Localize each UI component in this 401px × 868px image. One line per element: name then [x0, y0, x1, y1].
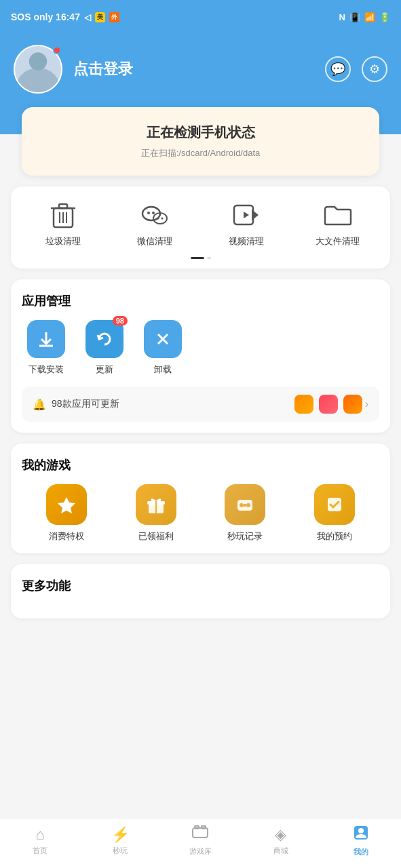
app-item-uninstall[interactable]: 卸载 [144, 320, 182, 376]
svg-point-1 [29, 52, 47, 70]
svg-point-0 [15, 68, 61, 92]
svg-point-11 [152, 212, 155, 214]
app-item-download[interactable]: 下载安装 [27, 320, 65, 376]
tool-trash-label: 垃圾清理 [45, 235, 81, 248]
status-text: SOS only 16:47 [11, 12, 80, 22]
status-right: N 📳 📶 🔋 [339, 12, 390, 22]
login-button[interactable]: 点击登录 [73, 59, 133, 79]
folder-icon [323, 200, 353, 230]
update-banner-text: 98款应用可更新 [52, 398, 119, 410]
tool-wechat-clean[interactable]: 微信清理 [131, 200, 178, 248]
uninstall-label: 卸载 [154, 363, 172, 376]
avatar-container[interactable] [14, 45, 62, 94]
app-management-section: 应用管理 下载安装 [11, 279, 390, 433]
avatar-notification-dot [53, 46, 61, 54]
video-icon [231, 200, 261, 230]
more-features-section: 更多功能 [11, 564, 390, 618]
gear-icon: ⚙ [369, 62, 380, 77]
scan-card: 正在检测手机状态 正在扫描:/sdcard/Android/data [22, 107, 379, 176]
home-label: 首页 [33, 846, 47, 856]
svg-rect-28 [244, 504, 246, 507]
gamelibrary-label: 游戏库 [189, 846, 212, 856]
tools-card: 垃圾清理 微信清理 [11, 186, 390, 269]
mine-label: 我的 [354, 847, 368, 857]
nav-item-quickplay[interactable]: ⚡ 秒玩 [100, 826, 140, 856]
status-bar: SOS only 16:47 ◁ 美 外 N 📳 📶 🔋 [0, 0, 401, 34]
wifi-icon: 📶 [364, 12, 375, 22]
more-features-title: 更多功能 [22, 578, 379, 594]
game-item-privilege[interactable]: 消费特权 [46, 484, 87, 542]
tool-trash-clean[interactable]: 垃圾清理 [39, 200, 87, 248]
uninstall-icon-wrap [144, 320, 182, 358]
location-icon: ◁ [84, 12, 91, 22]
chevron-right-icon: › [365, 398, 368, 410]
settings-button[interactable]: ⚙ [362, 56, 387, 82]
download-icon-wrap [27, 320, 65, 358]
records-icon [225, 484, 265, 525]
nav-item-shop[interactable]: ◈ 商城 [261, 826, 301, 856]
quickplay-icon: ⚡ [111, 826, 130, 844]
app-icon-2: 外 [109, 12, 119, 22]
records-label: 秒玩记录 [227, 530, 263, 542]
mine-icon [353, 825, 369, 845]
chat-icon: 💬 [330, 62, 345, 77]
game-item-records[interactable]: 秒玩记录 [225, 484, 265, 542]
svg-rect-30 [193, 828, 208, 837]
game-item-benefits[interactable]: 已领福利 [136, 484, 176, 542]
wechat-icon [140, 200, 170, 230]
uninstall-icon [144, 320, 182, 358]
trash-icon [48, 200, 78, 230]
game-item-reservations[interactable]: 我的预约 [314, 484, 355, 542]
battery-icon: 🔋 [379, 12, 390, 22]
scan-title: 正在检测手机状态 [35, 123, 366, 142]
app-management-title: 应用管理 [22, 293, 379, 309]
update-icon-wrap: 98 [85, 320, 123, 358]
update-banner[interactable]: 🔔 98款应用可更新 › [22, 387, 379, 422]
privilege-icon [46, 484, 87, 525]
svg-marker-16 [244, 212, 249, 218]
header-left: 点击登录 [14, 45, 133, 94]
tool-video-label: 视频清理 [229, 235, 264, 248]
svg-rect-4 [59, 204, 67, 208]
app-grid: 下载安装 98 更新 [22, 320, 379, 376]
tool-largefile-clean[interactable]: 大文件清理 [314, 200, 362, 248]
indicator-active [191, 257, 204, 259]
nav-item-home[interactable]: ⌂ 首页 [20, 826, 60, 856]
main-content: 正在检测手机状态 正在扫描:/sdcard/Android/data [0, 107, 401, 679]
tools-grid: 垃圾清理 微信清理 [18, 200, 383, 248]
app-thumb-2 [319, 395, 338, 414]
benefits-icon [136, 484, 176, 525]
shop-icon: ◈ [275, 826, 286, 844]
bell-icon: 🔔 [33, 398, 46, 411]
update-icon [85, 320, 123, 358]
my-games-title: 我的游戏 [22, 457, 379, 473]
app-icon-1: 美 [95, 12, 105, 22]
chat-button[interactable]: 💬 [325, 56, 351, 82]
app-thumb-3 [343, 395, 362, 414]
update-banner-right: › [294, 395, 368, 414]
quickplay-label: 秒玩 [113, 846, 128, 856]
svg-point-27 [246, 503, 250, 507]
header-icons: 💬 ⚙ [325, 56, 387, 82]
download-label: 下载安装 [28, 363, 64, 376]
shop-label: 商城 [273, 846, 288, 856]
nfc-icon: N [339, 12, 345, 22]
reservations-icon [314, 484, 355, 525]
svg-point-26 [240, 503, 244, 507]
nav-item-gamelibrary[interactable]: 游戏库 [180, 825, 221, 856]
app-item-update[interactable]: 98 更新 [85, 320, 123, 376]
vibrate-icon: 📳 [349, 12, 360, 22]
tool-largefile-label: 大文件清理 [316, 235, 360, 248]
update-label: 更新 [96, 363, 113, 376]
bottom-nav: ⌂ 首页 ⚡ 秒玩 游戏库 ◈ 商城 我的 [0, 818, 401, 868]
nav-item-mine[interactable]: 我的 [341, 825, 381, 857]
gamelibrary-icon [192, 825, 208, 844]
status-left: SOS only 16:47 ◁ 美 外 [11, 12, 119, 22]
svg-point-12 [157, 218, 159, 220]
update-badge: 98 [113, 316, 128, 326]
svg-point-13 [161, 218, 164, 220]
svg-point-10 [147, 212, 150, 214]
tool-wechat-label: 微信清理 [137, 235, 172, 248]
app-thumb-1 [294, 395, 313, 414]
tool-video-clean[interactable]: 视频清理 [223, 200, 270, 248]
